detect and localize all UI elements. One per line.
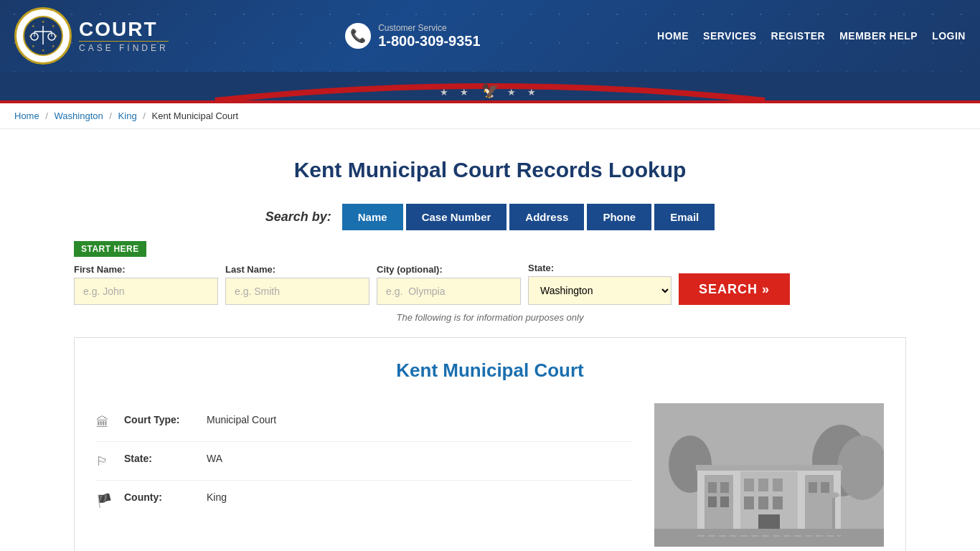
- svg-rect-32: [773, 496, 783, 509]
- tab-address[interactable]: Address: [509, 204, 584, 230]
- logo-shield: ★ ★ ★ ★ ★ ★ ★ ★: [14, 7, 72, 65]
- city-label: City (optional):: [377, 264, 521, 275]
- logo-court-text: COURT: [79, 19, 169, 39]
- svg-rect-36: [696, 465, 842, 471]
- logo-svg: ★ ★ ★ ★ ★ ★ ★ ★: [22, 14, 65, 57]
- court-details: 🏛 Court Type: Municipal Court 🏳 State: W…: [96, 403, 633, 547]
- logo-area: ★ ★ ★ ★ ★ ★ ★ ★ COURT CASE FINDER: [14, 7, 169, 65]
- flag-icon: 🏳: [96, 454, 113, 469]
- state-label: State:: [528, 263, 672, 273]
- nav-home[interactable]: HOME: [657, 30, 689, 42]
- breadcrumb-sep-3: /: [143, 110, 146, 121]
- search-button[interactable]: SEARCH »: [679, 273, 790, 305]
- search-by-label: Search by:: [265, 209, 331, 225]
- phone-label: Customer Service: [378, 23, 480, 33]
- court-county-row: 🏴 County: King: [96, 481, 633, 519]
- court-info-title: Kent Municipal Court: [96, 359, 884, 382]
- svg-rect-23: [708, 482, 717, 493]
- svg-rect-24: [720, 482, 729, 493]
- court-state-label: State:: [124, 453, 196, 464]
- breadcrumb-king[interactable]: King: [118, 110, 137, 121]
- logo-case-finder-text: CASE FINDER: [79, 41, 169, 53]
- court-county-label: County:: [124, 491, 196, 503]
- court-state-value: WA: [207, 453, 222, 464]
- svg-rect-31: [758, 496, 768, 509]
- state-group: State: Washington Alabama Alaska Arizona…: [528, 263, 672, 305]
- svg-rect-28: [758, 479, 768, 491]
- svg-rect-25: [708, 496, 717, 507]
- star-right: ★ ★: [507, 87, 540, 98]
- phone-info: Customer Service 1-800-309-9351: [378, 23, 480, 50]
- svg-rect-30: [744, 496, 754, 509]
- city-input[interactable]: [377, 278, 521, 305]
- svg-point-38: [828, 492, 839, 498]
- nav-member-help[interactable]: MEMBER HELP: [839, 30, 918, 42]
- breadcrumb-sep-2: /: [109, 110, 112, 121]
- svg-rect-34: [821, 482, 829, 493]
- nav-services[interactable]: SERVICES: [703, 30, 757, 42]
- svg-rect-26: [720, 496, 729, 507]
- first-name-label: First Name:: [74, 264, 218, 275]
- court-state-row: 🏳 State: WA: [96, 442, 633, 481]
- site-header: ★ ★ ★ ★ ★ ★ ★ ★ COURT CASE FINDER: [0, 0, 980, 72]
- last-name-input[interactable]: [225, 278, 369, 305]
- start-here-badge: START HERE: [74, 241, 906, 263]
- last-name-group: Last Name:: [225, 264, 369, 305]
- nav-login[interactable]: LOGIN: [932, 30, 966, 42]
- court-type-label: Court Type:: [124, 414, 196, 425]
- tab-email[interactable]: Email: [654, 204, 715, 230]
- svg-rect-37: [832, 496, 835, 532]
- svg-rect-29: [773, 479, 783, 491]
- star-left: ★ ★: [440, 87, 473, 98]
- search-by-row: Search by: Name Case Number Address Phon…: [74, 204, 906, 230]
- svg-rect-33: [809, 482, 817, 493]
- tab-case-number[interactable]: Case Number: [406, 204, 507, 230]
- court-county-value: King: [207, 491, 227, 503]
- breadcrumb-sep-1: /: [45, 110, 48, 121]
- tab-phone[interactable]: Phone: [587, 204, 651, 230]
- header-arch-area: ★ ★ 🦅 ★ ★: [0, 72, 980, 100]
- svg-rect-39: [654, 529, 884, 547]
- court-image: [654, 403, 884, 547]
- page-title: Kent Municipal Court Records Lookup: [74, 158, 906, 182]
- building-icon: 🏛: [96, 415, 113, 430]
- tab-name[interactable]: Name: [342, 204, 403, 230]
- breadcrumb-home[interactable]: Home: [14, 110, 39, 121]
- info-text: The following is for information purpose…: [74, 312, 906, 323]
- map-icon: 🏴: [96, 493, 113, 509]
- court-info-box: Kent Municipal Court 🏛 Court Type: Munic…: [74, 337, 906, 551]
- phone-number: 1-800-309-9351: [378, 33, 480, 49]
- nav-register[interactable]: REGISTER: [771, 30, 826, 42]
- start-here-label: START HERE: [74, 241, 146, 257]
- eagle-icon: 🦅: [481, 83, 499, 98]
- breadcrumb-washington[interactable]: Washington: [55, 110, 103, 121]
- city-group: City (optional):: [377, 264, 521, 305]
- main-nav: HOME SERVICES REGISTER MEMBER HELP LOGIN: [657, 30, 966, 42]
- search-form: First Name: Last Name: City (optional): …: [74, 263, 906, 305]
- last-name-label: Last Name:: [225, 264, 369, 275]
- logo-text: COURT CASE FINDER: [79, 19, 169, 53]
- first-name-input[interactable]: [74, 278, 218, 305]
- court-info-content: 🏛 Court Type: Municipal Court 🏳 State: W…: [96, 403, 884, 547]
- first-name-group: First Name:: [74, 264, 218, 305]
- main-content: Kent Municipal Court Records Lookup Sear…: [60, 129, 920, 551]
- state-select[interactable]: Washington Alabama Alaska Arizona Califo…: [528, 276, 672, 305]
- phone-icon: 📞: [345, 23, 371, 49]
- breadcrumb: Home / Washington / King / Kent Municipa…: [0, 103, 980, 129]
- breadcrumb-current: Kent Municipal Court: [152, 110, 239, 121]
- court-type-value: Municipal Court: [207, 414, 276, 425]
- phone-area: 📞 Customer Service 1-800-309-9351: [345, 23, 480, 50]
- svg-rect-27: [744, 479, 754, 491]
- court-image-svg: [654, 403, 884, 547]
- eagle-area: ★ ★ 🦅 ★ ★: [440, 82, 540, 99]
- court-type-row: 🏛 Court Type: Municipal Court: [96, 403, 633, 442]
